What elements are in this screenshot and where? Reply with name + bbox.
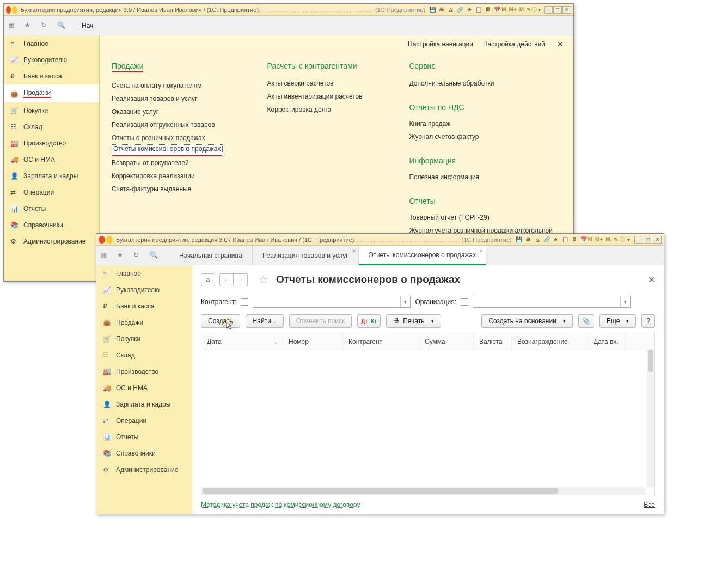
info-icon[interactable]: ⓘ: [619, 236, 626, 244]
column-header[interactable]: Валюта: [474, 333, 512, 350]
sidebar-item-person[interactable]: 👤Зарплата и кадры: [96, 396, 192, 413]
print-button[interactable]: 🖶Печать▾: [386, 314, 441, 328]
grid-icon[interactable]: ▦: [101, 251, 109, 260]
dropdown-icon[interactable]: ▾: [626, 236, 632, 244]
sidebar-item-cart[interactable]: 🛒Покупки: [4, 102, 99, 119]
m-m+-button[interactable]: M+: [595, 236, 603, 242]
tab[interactable]: Начальная страница: [169, 246, 253, 265]
printer2-icon[interactable]: 🖨: [447, 6, 455, 14]
search-icon[interactable]: 🔍: [57, 21, 66, 30]
link-icon[interactable]: 🔗: [456, 6, 464, 14]
maximize-button[interactable]: □: [644, 236, 652, 244]
panel-link[interactable]: Дополнительные обработки: [409, 77, 561, 90]
clipboard-icon[interactable]: 📋: [561, 236, 569, 244]
star-icon[interactable]: ★: [466, 6, 473, 14]
sidebar-item-ops[interactable]: ⇄Операции: [4, 184, 99, 201]
help-button[interactable]: ?: [641, 314, 655, 328]
dropdown-icon[interactable]: ▾: [537, 6, 542, 14]
sidebar-item-truck[interactable]: 🚚ОС и НМА: [4, 151, 99, 168]
history-icon[interactable]: ↻: [41, 21, 50, 30]
tool-wand-icon[interactable]: ✎: [526, 6, 531, 14]
sidebar-item-stock[interactable]: ☷Склад: [4, 119, 99, 135]
panel-link[interactable]: Товарный отчет (ТОРГ-29): [409, 211, 561, 224]
sidebar-item-book[interactable]: 📚Справочники: [96, 445, 192, 462]
m-m+-button[interactable]: M+: [509, 7, 517, 13]
panel-link[interactable]: Возвраты от покупателей: [112, 156, 224, 169]
close-button[interactable]: ✕: [562, 6, 571, 14]
minimize-button[interactable]: —: [544, 6, 553, 14]
panel-link[interactable]: Акты сверки расчетов: [267, 77, 366, 90]
sidebar-item-person[interactable]: 👤Зарплата и кадры: [4, 168, 99, 184]
sidebar-item-bag[interactable]: 👜Продажи: [96, 314, 192, 331]
column-header[interactable]: Дата↓: [201, 333, 283, 350]
filter-org-select[interactable]: ▾: [473, 296, 631, 308]
sidebar-item-home[interactable]: ≡Главное: [96, 265, 192, 282]
sidebar-item-stock[interactable]: ☷Склад: [96, 347, 192, 363]
column-header[interactable]: Вознаграждение: [512, 333, 588, 350]
panel-link[interactable]: Корректировка долга: [267, 103, 366, 116]
panel-link[interactable]: Отчеты о розничных продажах: [112, 131, 224, 144]
create-button[interactable]: Создать: [201, 314, 240, 328]
sidebar-item-book[interactable]: 📚Справочники: [4, 217, 99, 233]
sidebar-item-truck[interactable]: 🚚ОС и НМА: [96, 380, 192, 396]
sidebar-item-ops[interactable]: ⇄Операции: [96, 413, 192, 429]
nav-config-link[interactable]: Настройка навигации: [408, 40, 473, 48]
maximize-button[interactable]: □: [553, 6, 562, 14]
calc-icon[interactable]: 🖩: [571, 236, 578, 244]
panel-link[interactable]: Журнал счетов-фактур: [409, 130, 561, 143]
sidebar-item-chart[interactable]: 📈Руководителю: [4, 52, 99, 68]
print-icon[interactable]: 🖶: [438, 6, 445, 14]
forward-button[interactable]: →: [234, 273, 248, 286]
start-page-label[interactable]: Нач: [82, 22, 93, 29]
panel-link[interactable]: Счета на оплату покупателям: [112, 79, 224, 92]
close-button[interactable]: ✕: [653, 236, 662, 244]
print-icon[interactable]: 🖶: [524, 236, 532, 244]
m-m-button[interactable]: M: [501, 7, 506, 13]
panel-link[interactable]: Отчеты комиссионеров о продажах: [112, 144, 223, 156]
sidebar-item-gear[interactable]: ⚙Администрирование: [4, 233, 99, 250]
column-header[interactable]: Номер: [283, 333, 343, 350]
sidebar-item-bank[interactable]: ₽Банк и касса: [96, 298, 192, 314]
favorite-icon[interactable]: ☆: [259, 273, 268, 286]
calendar-icon[interactable]: 📅: [580, 236, 588, 244]
dt-kt-button[interactable]: ДтКт: [357, 314, 381, 328]
filter-counterparty-checkbox[interactable]: [241, 298, 248, 306]
find-button[interactable]: Найти...: [246, 314, 284, 328]
m-m-button[interactable]: M: [588, 236, 593, 242]
save-icon[interactable]: 💾: [515, 236, 523, 244]
sidebar-item-cart[interactable]: 🛒Покупки: [96, 331, 192, 347]
m-m--button[interactable]: M-: [519, 7, 527, 13]
sidebar-item-report[interactable]: 📊Отчеты: [4, 201, 99, 217]
tab-close-icon[interactable]: ✕: [352, 248, 356, 254]
filter-counterparty-select[interactable]: ▾: [253, 296, 411, 308]
search-icon[interactable]: 🔍: [150, 251, 158, 260]
act-config-link[interactable]: Настройка действий: [483, 40, 545, 48]
sidebar-item-factory[interactable]: 🏭Производство: [96, 363, 192, 380]
panel-link[interactable]: Акты инвентаризации расчетов: [267, 90, 366, 103]
panel-link[interactable]: Реализация отгруженных товаров: [112, 118, 224, 131]
panel-link[interactable]: Полезная информация: [409, 171, 561, 184]
save-icon[interactable]: 💾: [429, 6, 436, 14]
panel-link[interactable]: Реализация товаров и услуг: [112, 92, 224, 105]
column-header[interactable]: Сумма: [419, 333, 474, 350]
all-link[interactable]: Все: [644, 501, 655, 508]
link-icon[interactable]: 🔗: [543, 236, 550, 244]
vertical-scrollbar[interactable]: [647, 349, 654, 487]
methodology-link[interactable]: Методика учета продаж по комиссионному д…: [201, 501, 360, 508]
calendar-icon[interactable]: 📅: [493, 6, 501, 14]
minimize-button[interactable]: —: [634, 236, 643, 244]
tab-close-icon[interactable]: ✕: [479, 248, 484, 254]
column-header[interactable]: Контрагент: [343, 333, 419, 350]
create-based-button[interactable]: Создать на основании▾: [481, 314, 573, 328]
panel-link[interactable]: Счета-фактуры выданные: [112, 183, 224, 196]
m-m--button[interactable]: M-: [605, 236, 613, 242]
grid-icon[interactable]: ▦: [8, 21, 17, 30]
column-header[interactable]: Дата вх.: [588, 333, 626, 350]
back-button[interactable]: ←: [219, 273, 234, 286]
panel-close-icon[interactable]: ✕: [555, 40, 566, 48]
sidebar-item-bank[interactable]: ₽Банк и касса: [4, 68, 99, 84]
filter-org-checkbox[interactable]: [461, 298, 468, 306]
sidebar-item-chart[interactable]: 📈Руководителю: [96, 282, 192, 298]
printer2-icon[interactable]: 🖨: [534, 236, 541, 244]
sidebar-item-report[interactable]: 📊Отчеты: [96, 429, 192, 445]
